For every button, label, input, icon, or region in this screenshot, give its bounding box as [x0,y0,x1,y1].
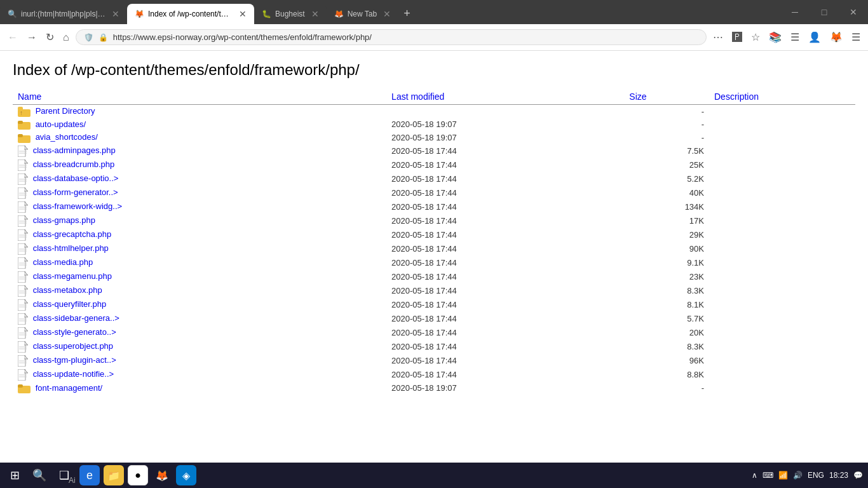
reload-button[interactable]: ↻ [43,29,57,46]
file-icon [18,341,28,353]
folder-icon [18,383,31,393]
tab-2-close[interactable]: ✕ [239,9,247,19]
col-last-modified[interactable]: Last modified [386,89,624,105]
tab-4[interactable]: 🦊 New Tab ✕ [327,4,398,24]
entry-date-5: 2020-05-18 17:44 [386,186,624,200]
entry-link-16[interactable]: class-superobject.php [33,341,113,351]
entry-link-18[interactable]: class-update-notifie..> [33,369,114,379]
library-icon[interactable]: 📚 [766,29,784,46]
entry-date-18: 2020-05-18 17:44 [386,368,624,382]
minimize-button[interactable]: ─ [780,0,810,24]
entry-date-8: 2020-05-18 17:44 [386,228,624,242]
new-tab-button[interactable]: + [398,4,416,23]
folder-icon [18,119,31,130]
entry-link-19[interactable]: font-management/ [36,383,103,393]
entry-link-9[interactable]: class-htmlhelper.php [33,243,109,253]
profile-icon[interactable]: 👤 [806,29,824,46]
table-row: class-grecaptcha.php 2020-05-18 17:44 29… [13,228,855,242]
entry-date-17: 2020-05-18 17:44 [386,354,624,368]
entry-link-6[interactable]: class-framework-widg..> [33,201,123,211]
tab-1[interactable]: 🔍 inurl:(htm|html|php|pls|txt) int... ✕ [0,4,127,24]
entry-link-13[interactable]: class-queryfilter.php [33,299,107,309]
entry-desc-16 [709,340,855,354]
table-row: class-update-notifie..> 2020-05-18 17:44… [13,368,855,382]
col-name[interactable]: Name [13,89,386,105]
entry-size-9: 90K [624,242,709,256]
entry-desc-1 [709,131,855,144]
entry-date-2: 2020-05-18 17:44 [386,144,624,158]
svg-rect-6 [18,134,23,137]
tab-3-close[interactable]: ✕ [311,9,319,19]
table-row: class-metabox.php 2020-05-18 17:44 8.3K [13,284,855,298]
entry-desc-10 [709,256,855,270]
extensions-button[interactable]: ⋯ [710,29,726,46]
table-row: class-gmaps.php 2020-05-18 17:44 17K [13,214,855,228]
table-row: font-management/ 2020-05-18 19:07 - [13,382,855,395]
tab-2[interactable]: 🦊 Index of /wp-content/themes/enfo... ✕ [127,4,254,24]
entry-link-4[interactable]: class-database-optio..> [33,173,119,183]
entry-size-4: 5.2K [624,172,709,186]
bookmark-icon[interactable]: ☆ [749,29,763,46]
tab-3[interactable]: 🐛 Bugheist ✕ [254,4,327,24]
table-row: class-superobject.php 2020-05-18 17:44 8… [13,340,855,354]
svg-text:↑: ↑ [20,109,23,116]
parent-dir-link[interactable]: Parent Directory [36,106,95,116]
entry-desc-17 [709,354,855,368]
entry-link-12[interactable]: class-metabox.php [33,285,102,295]
file-icon [18,355,28,367]
entry-desc-18 [709,368,855,382]
synced-tabs-icon[interactable]: ☰ [788,29,802,46]
table-row: class-megamenu.php 2020-05-18 17:44 23K [13,270,855,284]
entry-size-6: 134K [624,200,709,214]
entry-size-15: 20K [624,326,709,340]
entry-date-10: 2020-05-18 17:44 [386,256,624,270]
tab-4-close[interactable]: ✕ [383,9,391,19]
entry-date-1: 2020-05-18 19:07 [386,131,624,144]
forward-button[interactable]: → [24,29,39,46]
menu-button[interactable]: ☰ [849,29,863,46]
entry-desc-15 [709,326,855,340]
file-icon [18,257,28,269]
entry-desc-4 [709,172,855,186]
entry-size-13: 8.1K [624,298,709,312]
folder-icon [18,133,31,143]
table-row: class-form-generator..> 2020-05-18 17:44… [13,186,855,200]
entry-link-5[interactable]: class-form-generator..> [33,187,118,197]
maximize-button[interactable]: □ [810,0,839,24]
home-button[interactable]: ⌂ [60,29,72,46]
file-icon [18,369,28,381]
entry-size-2: 7.5K [624,144,709,158]
close-button[interactable]: ✕ [839,0,868,24]
entry-desc-6 [709,200,855,214]
browser-window: 🔍 inurl:(htm|html|php|pls|txt) int... ✕ … [0,0,868,463]
entry-link-3[interactable]: class-breadcrumb.php [33,159,115,169]
entry-date-19: 2020-05-18 19:07 [386,382,624,395]
table-row: class-framework-widg..> 2020-05-18 17:44… [13,200,855,214]
entry-link-7[interactable]: class-gmaps.php [33,215,95,225]
entry-link-0[interactable]: auto-updates/ [36,119,86,129]
entry-link-1[interactable]: avia_shortcodes/ [36,132,98,142]
entry-link-8[interactable]: class-grecaptcha.php [33,229,112,239]
tab-1-label: inurl:(htm|html|php|pls|txt) int... [21,10,105,18]
entry-link-10[interactable]: class-media.php [33,257,93,267]
table-row: class-sidebar-genera..> 2020-05-18 17:44… [13,312,855,326]
url-bar[interactable]: 🛡️ 🔒 https://www.epsi-norway.org/wp-cont… [76,29,707,45]
firefox-logo[interactable]: 🦊 [827,29,845,46]
lock-icon: 🔒 [98,33,108,42]
tab-1-close[interactable]: ✕ [112,9,119,19]
entry-desc-0 [709,118,855,132]
file-icon [18,271,28,283]
entry-link-17[interactable]: class-tgm-plugin-act..> [33,355,116,365]
col-size[interactable]: Size [624,89,709,105]
col-description[interactable]: Description [709,89,855,105]
entry-link-2[interactable]: class-adminpages.php [33,146,116,155]
entry-link-11[interactable]: class-megamenu.php [33,271,112,281]
entry-size-18: 8.8K [624,368,709,382]
back-button[interactable]: ← [5,29,20,46]
tab-4-label: New Tab [348,10,377,18]
entry-size-8: 29K [624,228,709,242]
pocket-icon[interactable]: 🅿 [729,29,745,46]
entry-size-3: 25K [624,158,709,172]
entry-link-15[interactable]: class-style-generato..> [33,327,116,337]
entry-link-14[interactable]: class-sidebar-genera..> [33,313,119,323]
